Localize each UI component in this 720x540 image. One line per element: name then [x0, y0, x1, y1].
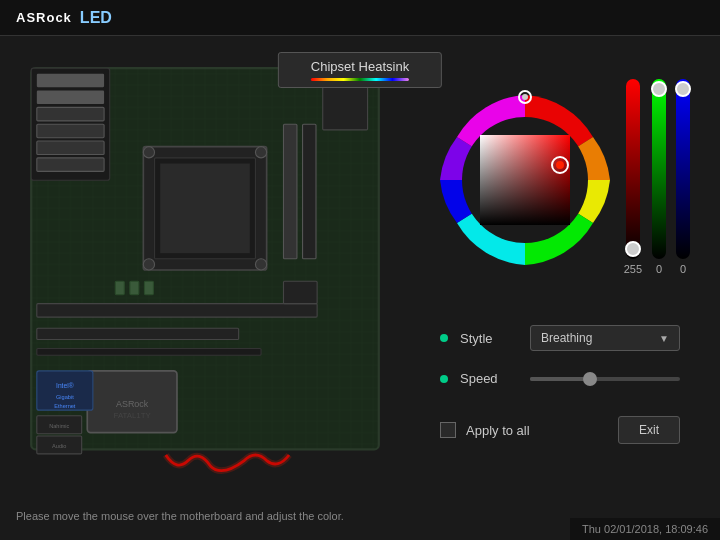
svg-rect-19: [37, 107, 104, 120]
blue-slider-track[interactable]: [676, 79, 690, 259]
app-title: LED: [80, 9, 112, 27]
svg-rect-30: [144, 281, 153, 294]
blue-slider-col: 0: [676, 79, 690, 275]
svg-text:Gigabit: Gigabit: [56, 394, 74, 400]
style-indicator-dot: [440, 334, 448, 342]
svg-rect-14: [37, 328, 239, 339]
right-panel: 255 0 0 Stytle Breathing: [420, 45, 700, 444]
style-control-row: Stytle Breathing ▼: [440, 325, 680, 351]
color-wheel-svg[interactable]: [430, 75, 620, 285]
speed-slider-thumb[interactable]: [583, 372, 597, 386]
svg-point-7: [143, 147, 154, 158]
svg-text:Nahimic: Nahimic: [49, 423, 69, 429]
green-slider-track[interactable]: [652, 79, 666, 259]
red-slider-col: 255: [624, 79, 642, 275]
apply-to-all-checkbox[interactable]: [440, 422, 456, 438]
svg-point-42: [522, 94, 528, 100]
svg-point-41: [556, 161, 564, 169]
blue-slider-thumb[interactable]: [675, 81, 691, 97]
red-value: 255: [624, 263, 642, 275]
red-slider-track[interactable]: [626, 79, 640, 259]
svg-rect-21: [37, 141, 104, 154]
style-dropdown[interactable]: Breathing ▼: [530, 325, 680, 351]
status-text: Please move the mouse over the motherboa…: [16, 510, 344, 522]
svg-text:Audio: Audio: [52, 443, 66, 449]
taskbar-datetime: Thu 02/01/2018, 18:09:46: [582, 523, 708, 535]
green-value: 0: [656, 263, 662, 275]
green-slider-col: 0: [652, 79, 666, 275]
svg-point-9: [143, 259, 154, 270]
svg-rect-13: [37, 304, 317, 317]
svg-rect-15: [37, 348, 261, 355]
controls-section: Stytle Breathing ▼ Speed: [430, 325, 690, 406]
svg-rect-28: [115, 281, 124, 294]
svg-rect-29: [130, 281, 139, 294]
svg-text:Ethernet: Ethernet: [54, 403, 76, 409]
exit-button[interactable]: Exit: [618, 416, 680, 444]
svg-rect-40: [480, 135, 570, 225]
style-dropdown-value: Breathing: [541, 331, 592, 345]
svg-rect-24: [283, 281, 317, 303]
svg-point-10: [255, 259, 266, 270]
brand-logo: ASRock: [16, 10, 72, 25]
svg-point-8: [255, 147, 266, 158]
svg-rect-20: [37, 124, 104, 137]
speed-label: Speed: [460, 371, 530, 386]
motherboard-image: ASRock FATAL1TY Intel® Gigabit Ethernet …: [20, 45, 390, 495]
green-slider-thumb[interactable]: [651, 81, 667, 97]
blue-value: 0: [680, 263, 686, 275]
dropdown-arrow-icon: ▼: [659, 333, 669, 344]
speed-slider-track[interactable]: [530, 377, 680, 381]
chipset-heatsink-tab[interactable]: Chipset Heatsink: [278, 52, 442, 88]
svg-rect-12: [303, 124, 316, 259]
style-label: Stytle: [460, 331, 530, 346]
taskbar: Thu 02/01/2018, 18:09:46: [570, 518, 720, 540]
red-slider-thumb[interactable]: [625, 241, 641, 257]
svg-rect-22: [37, 158, 104, 171]
speed-fill: [530, 377, 590, 381]
bottom-row: Apply to all Exit: [430, 416, 690, 444]
speed-indicator-dot: [440, 375, 448, 383]
svg-rect-11: [283, 124, 296, 259]
color-wheel-container[interactable]: [430, 75, 630, 295]
svg-text:FATAL1TY: FATAL1TY: [114, 411, 152, 420]
header-bar: ASRock LED: [0, 0, 720, 36]
svg-rect-18: [37, 91, 104, 104]
color-picker-area: 255 0 0: [430, 45, 690, 325]
brand-name: ASRock: [16, 10, 72, 25]
svg-text:ASRock: ASRock: [116, 399, 149, 409]
apply-to-all-label: Apply to all: [466, 423, 608, 438]
color-sliders-area: 255 0 0: [624, 65, 690, 305]
svg-text:Intel®: Intel®: [56, 382, 74, 389]
motherboard-area: ASRock FATAL1TY Intel® Gigabit Ethernet …: [20, 45, 390, 495]
speed-control-row: Speed: [440, 371, 680, 386]
svg-rect-17: [37, 74, 104, 87]
svg-rect-6: [160, 163, 250, 253]
